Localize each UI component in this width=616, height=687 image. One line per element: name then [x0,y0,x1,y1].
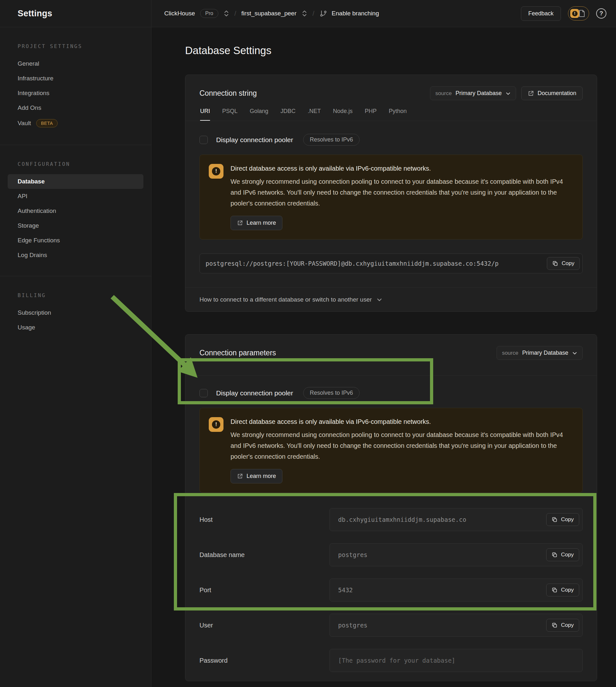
connection-parameters-card: Connection parameters source Primary Dat… [185,334,597,681]
connection-help-toggle[interactable]: How to connect to a different database o… [185,287,597,311]
warning-title: Direct database access is only available… [230,417,570,426]
tab-golang[interactable]: Golang [250,108,268,121]
copy-icon [552,517,557,523]
connection-help-label: How to connect to a different database o… [199,296,372,303]
tab-uri[interactable]: URI [200,108,210,121]
breadcrumb: ClickHouse Pro / first_supabase_peer / E… [164,9,379,18]
tab-dotnet[interactable]: .NET [308,108,321,121]
connection-parameters-actions: source Primary Database [497,346,583,360]
connection-uri-field[interactable]: postgresql://postgres:[YOUR-PASSWORD]@db… [199,253,583,273]
warning-icon: ! [209,417,223,432]
host-label: Host [199,516,329,524]
ipv6-warning-box: ! Direct database access is only availab… [199,408,583,493]
sidebar-item-integrations[interactable]: Integrations [8,86,144,101]
sidebar-item-general[interactable]: General [8,56,144,71]
sidebar-item-database[interactable]: Database [8,174,144,189]
page-heading: Database Settings [185,44,597,57]
port-field-row: Port 5432 Copy [199,578,583,601]
tab-php[interactable]: PHP [365,108,376,121]
host-input[interactable]: db.cxhygiuitamxhniiddjm.supabase.co Copy [329,508,583,531]
source-select[interactable]: source Primary Database [497,346,583,360]
database-name-field-row: Database name postgres Copy [199,543,583,566]
app-root: Settings PROJECT SETTINGS General Infras… [0,0,616,687]
learn-more-button[interactable]: Learn more [230,216,282,230]
learn-more-button[interactable]: Learn more [230,469,282,483]
database-name-input[interactable]: postgres Copy [329,543,583,566]
chevron-down-icon [376,297,382,303]
password-field-row: Password [The password for your database… [199,649,583,672]
display-connection-pooler-checkbox[interactable] [199,136,208,144]
section-title-configuration: CONFIGURATION [8,161,144,167]
external-link-icon [528,90,534,97]
connection-string-tabs: URI PSQL Golang JDBC .NET Node.js PHP Py… [185,100,597,121]
tab-python[interactable]: Python [389,108,406,121]
connection-parameters-body: Display connection pooler Resolves to IP… [185,376,597,681]
tab-jdbc[interactable]: JDBC [281,108,295,121]
documentation-button[interactable]: Documentation [521,86,583,100]
connection-string-header: Connection string source Primary Databas… [185,75,597,100]
breadcrumb-org[interactable]: ClickHouse [164,10,195,17]
sidebar-item-storage[interactable]: Storage [8,218,144,233]
main-column: ClickHouse Pro / first_supabase_peer / E… [151,0,616,687]
section-title-project-settings: PROJECT SETTINGS [8,43,144,49]
sidebar: Settings PROJECT SETTINGS General Infras… [0,0,151,687]
warning-title: Direct database access is only available… [230,164,570,173]
sidebar-item-add-ons[interactable]: Add Ons [8,101,144,115]
tab-psql[interactable]: PSQL [222,108,238,121]
pooler-row: Display connection pooler Resolves to IP… [199,387,583,399]
section-project-settings: PROJECT SETTINGS General Infrastructure … [8,27,144,131]
warning-body: We strongly recommend using connection p… [230,176,570,209]
sidebar-nav: PROJECT SETTINGS General Infrastructure … [0,27,151,335]
breadcrumb-project[interactable]: first_supabase_peer [241,10,296,17]
sidebar-item-vault[interactable]: Vault BETA [8,115,144,131]
source-select[interactable]: source Primary Database [430,86,516,100]
connection-string-card: Connection string source Primary Databas… [185,74,597,312]
copy-icon [552,552,557,558]
chevrons-up-down-icon[interactable] [302,10,307,17]
plan-badge: Pro [200,9,218,18]
user-label: User [199,622,329,629]
password-label: Password [199,657,329,664]
resolves-to-ipv6-badge: Resolves to IPv6 [303,134,359,146]
enable-branching-button[interactable]: Enable branching [332,10,379,17]
copy-user-button[interactable]: Copy [546,619,579,631]
copy-icon [552,587,557,593]
pooler-label: Display connection pooler [216,136,293,144]
pooler-label: Display connection pooler [216,389,293,397]
copy-icon [552,622,557,628]
notifications-button[interactable]: ! [568,6,589,21]
alert-badge-icon: ! [570,9,579,18]
password-input[interactable]: [The password for your database] [329,649,583,672]
sidebar-item-api[interactable]: API [8,189,144,204]
sidebar-header: Settings [0,0,151,27]
user-input[interactable]: postgres Copy [329,614,583,637]
sidebar-item-authentication[interactable]: Authentication [8,204,144,218]
sidebar-item-log-drains[interactable]: Log Drains [8,248,144,263]
port-input[interactable]: 5432 Copy [329,578,583,601]
feedback-button[interactable]: Feedback [521,6,561,21]
warning-content: Direct database access is only available… [230,164,570,230]
sidebar-item-usage[interactable]: Usage [8,320,144,335]
copy-uri-button[interactable]: Copy [547,257,580,270]
copy-database-name-button[interactable]: Copy [546,548,579,561]
chevrons-up-down-icon[interactable] [223,10,229,17]
page-title-settings: Settings [18,9,52,19]
resolves-to-ipv6-badge: Resolves to IPv6 [303,387,359,399]
help-button[interactable]: ? [596,8,607,19]
sidebar-item-subscription[interactable]: Subscription [8,305,144,320]
topbar-actions: Feedback ! ? [521,6,607,21]
connection-string-title: Connection string [199,89,257,98]
copy-host-button[interactable]: Copy [546,513,579,526]
tab-nodejs[interactable]: Node.js [333,108,352,121]
display-connection-pooler-checkbox[interactable] [199,389,208,397]
sidebar-item-infrastructure[interactable]: Infrastructure [8,71,144,86]
sidebar-item-edge-functions[interactable]: Edge Functions [8,233,144,248]
breadcrumb-separator: / [234,9,236,17]
breadcrumb-separator: / [312,9,314,17]
section-title-billing: BILLING [8,292,144,298]
connection-string-body: Display connection pooler Resolves to IP… [185,121,597,287]
chevron-down-icon [506,91,511,96]
section-configuration: CONFIGURATION Database API Authenticatio… [8,145,144,263]
copy-port-button[interactable]: Copy [546,583,579,596]
content-area: Database Settings Connection string sour… [151,27,616,681]
